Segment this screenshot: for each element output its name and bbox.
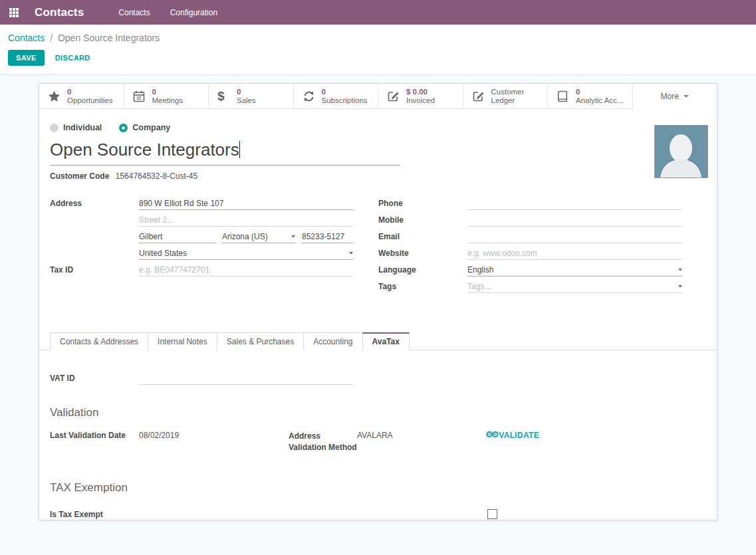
record-name-input[interactable]: Open Source Integrators bbox=[50, 140, 400, 166]
tab-contacts-addresses[interactable]: Contacts & Addresses bbox=[50, 332, 148, 350]
stat-label: Meetings bbox=[152, 96, 184, 105]
book-icon bbox=[557, 90, 571, 102]
phone-input[interactable] bbox=[467, 197, 682, 210]
country-value: United States bbox=[139, 249, 187, 258]
control-panel: Contacts / Open Source Integrators SAVE … bbox=[0, 25, 756, 75]
tax-exemption-section-title: TAX Exemption bbox=[50, 481, 706, 495]
save-button[interactable]: SAVE bbox=[8, 50, 45, 66]
sync-icon bbox=[303, 90, 317, 102]
breadcrumb-current: Open Source Integrators bbox=[58, 33, 160, 43]
discard-button[interactable]: DISCARD bbox=[55, 54, 90, 62]
stat-value: 0 bbox=[67, 88, 112, 96]
stat-button-subscriptions[interactable]: 0 Subscriptions bbox=[294, 84, 379, 109]
street2-input[interactable] bbox=[139, 213, 353, 227]
is-tax-exempt-label: Is Tax Exempt bbox=[50, 510, 487, 519]
address-group: Address Arizona (US) bbox=[50, 195, 353, 294]
tax-id-input[interactable] bbox=[139, 263, 353, 277]
phone-label: Phone bbox=[378, 199, 467, 208]
is-tax-exempt-checkbox[interactable] bbox=[487, 509, 497, 519]
customer-code-value: 1564764532-8-Cust-45 bbox=[116, 171, 197, 181]
radio-individual-circle[interactable] bbox=[50, 124, 59, 132]
stat-label: Invoiced bbox=[406, 96, 435, 105]
stat-button-analytic-accounts[interactable]: 0 Analytic Acc... bbox=[548, 84, 633, 109]
app-brand[interactable]: Contacts bbox=[35, 6, 84, 19]
menu-contacts[interactable]: Contacts bbox=[118, 1, 150, 25]
star-icon bbox=[48, 90, 63, 102]
website-label: Website bbox=[378, 249, 467, 258]
stat-button-box: 0 Opportunities 0 Meetings bbox=[39, 84, 717, 109]
last-validation-date-label: Last Validation Date bbox=[50, 431, 139, 440]
navbar-menus: Contacts Configuration bbox=[118, 1, 217, 25]
stat-value: $ 0.00 bbox=[406, 88, 435, 96]
stat-label: Opportunities bbox=[67, 96, 112, 105]
menu-configuration[interactable]: Configuration bbox=[170, 1, 217, 25]
state-value: Arizona (US) bbox=[222, 232, 268, 241]
tags-label: Tags bbox=[378, 282, 467, 291]
stat-label: Customer Ledger bbox=[491, 88, 548, 104]
radio-individual-label: Individual bbox=[63, 123, 102, 132]
radio-company[interactable]: Company bbox=[119, 123, 170, 132]
edit-icon bbox=[472, 90, 487, 102]
email-input[interactable] bbox=[467, 230, 682, 243]
avatar[interactable] bbox=[654, 125, 708, 178]
stat-button-sales[interactable]: $ 0 Sales bbox=[209, 84, 294, 109]
stat-value: 0 bbox=[322, 88, 368, 96]
country-select[interactable]: United States bbox=[139, 247, 353, 260]
stat-button-meetings[interactable]: 0 Meetings bbox=[124, 84, 209, 109]
validate-label: VALIDATE bbox=[499, 431, 539, 440]
tags-placeholder: Tags... bbox=[467, 282, 491, 291]
language-select[interactable]: English bbox=[467, 263, 682, 277]
validate-button[interactable]: ⚙⚙ VALIDATE bbox=[485, 431, 539, 440]
stat-label: Sales bbox=[237, 96, 256, 105]
street-input[interactable] bbox=[139, 197, 353, 210]
avatax-tab-content: VAT ID Validation Last Validation Date 0… bbox=[39, 350, 717, 519]
mobile-input[interactable] bbox=[467, 213, 682, 227]
form-sheet: 0 Opportunities 0 Meetings bbox=[39, 83, 717, 520]
tab-internal-notes[interactable]: Internal Notes bbox=[148, 332, 217, 350]
stat-button-invoiced[interactable]: $ 0.00 Invoiced bbox=[378, 84, 463, 109]
record-name[interactable]: Open Source Integrators bbox=[50, 140, 239, 160]
zip-input[interactable] bbox=[302, 230, 353, 243]
more-label: More bbox=[661, 92, 679, 101]
state-select[interactable]: Arizona (US) bbox=[222, 230, 295, 243]
breadcrumb-separator: / bbox=[50, 33, 53, 43]
email-label: Email bbox=[378, 232, 467, 241]
dollar-icon: $ bbox=[217, 89, 232, 104]
tab-sales-purchases[interactable]: Sales & Purchases bbox=[217, 332, 304, 350]
breadcrumb-link[interactable]: Contacts bbox=[8, 33, 45, 43]
tab-accounting[interactable]: Accounting bbox=[303, 332, 362, 350]
company-type-selector: Individual Company bbox=[50, 123, 706, 132]
stat-value: 0 bbox=[152, 88, 184, 96]
city-input[interactable] bbox=[139, 230, 215, 243]
tax-id-label: Tax ID bbox=[50, 265, 139, 275]
last-validation-date-value: 08/02/2019 bbox=[139, 431, 289, 440]
stat-button-opportunities[interactable]: 0 Opportunities bbox=[39, 84, 124, 109]
mobile-label: Mobile bbox=[378, 215, 467, 225]
radio-individual[interactable]: Individual bbox=[50, 123, 102, 132]
vat-id-label: VAT ID bbox=[50, 374, 139, 383]
stat-button-customer-ledger[interactable]: Customer Ledger bbox=[463, 84, 549, 109]
notebook-tabs: Contacts & Addresses Internal Notes Sale… bbox=[39, 332, 717, 350]
stat-value: 0 bbox=[576, 88, 624, 96]
radio-company-circle[interactable] bbox=[119, 124, 128, 132]
chevron-down-icon bbox=[684, 95, 689, 98]
breadcrumb: Contacts / Open Source Integrators bbox=[8, 33, 748, 43]
edit-icon bbox=[387, 90, 402, 102]
tab-avatax[interactable]: AvaTax bbox=[362, 332, 410, 350]
more-dropdown-button[interactable]: More bbox=[633, 84, 717, 109]
language-label: Language bbox=[378, 265, 467, 275]
content-area: 0 Opportunities 0 Meetings bbox=[0, 75, 756, 555]
customer-code-label: Customer Code bbox=[50, 171, 109, 181]
chevron-down-icon bbox=[349, 252, 353, 255]
stat-value: 0 bbox=[237, 88, 256, 96]
language-value: English bbox=[467, 265, 493, 275]
contact-group: Phone Mobile Email Website bbox=[378, 195, 682, 294]
chevron-down-icon bbox=[291, 235, 295, 238]
website-input[interactable] bbox=[467, 247, 682, 260]
top-navbar: Contacts Contacts Configuration bbox=[0, 0, 756, 25]
tags-input[interactable]: Tags... bbox=[467, 280, 682, 293]
stat-label: Analytic Acc... bbox=[576, 96, 624, 105]
vat-id-input[interactable] bbox=[139, 372, 353, 385]
apps-menu-icon[interactable] bbox=[9, 8, 19, 17]
validation-section-title: Validation bbox=[50, 406, 706, 419]
